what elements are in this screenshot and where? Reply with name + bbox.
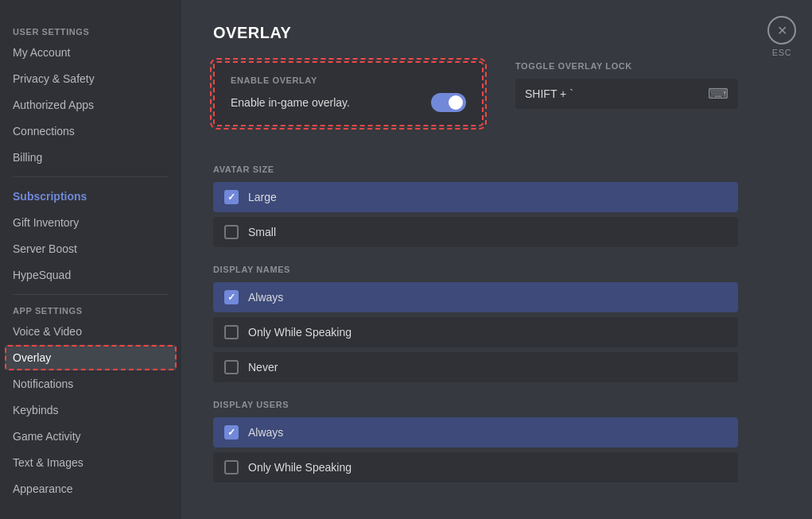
display-names-option-always[interactable]: Always [213,282,738,312]
avatar-size-option-small[interactable]: Small [213,217,738,247]
avatar-large-checkbox[interactable] [224,190,239,204]
main-content: ✕ ESC Overlay Enable Overlay Enable in-g… [181,0,812,519]
toggle-overlay-lock-section: Toggle Overlay Lock SHIFT + ` ⌨ [515,61,738,109]
toggle-overlay-lock-label: Toggle Overlay Lock [515,61,738,71]
sidebar-item-billing[interactable]: Billing [5,145,177,170]
avatar-size-label: Avatar Size [213,165,780,174]
key-bind-row: SHIFT + ` ⌨ [515,79,738,109]
display-users-option-always[interactable]: Always [213,417,738,447]
display-users-always-checkbox[interactable] [224,425,239,440]
display-names-speaking-checkbox[interactable] [224,325,239,339]
avatar-small-checkbox[interactable] [224,225,239,239]
display-names-speaking-text: Only While Speaking [248,326,352,339]
key-bind-text: SHIFT + ` [525,87,573,100]
enable-overlay-label: Enable Overlay [231,76,466,85]
enable-overlay-row: Enable in-game overlay. [231,93,466,112]
enable-overlay-box: Enable Overlay Enable in-game overlay. [213,61,484,126]
sidebar-item-subscriptions[interactable]: Subscriptions [5,184,177,209]
display-names-option-speaking[interactable]: Only While Speaking [213,317,738,347]
keyboard-icon: ⌨ [708,85,728,103]
enable-overlay-text: Enable in-game overlay. [231,96,350,109]
display-names-label: Display Names [213,265,780,274]
sidebar-item-gift-inventory[interactable]: Gift Inventory [5,210,177,235]
sidebar: User Settings My Account Privacy & Safet… [0,0,181,519]
display-users-speaking-text: Only While Speaking [248,461,352,474]
sidebar-item-appearance[interactable]: Appearance [5,476,177,502]
close-button[interactable]: ✕ [767,16,796,45]
sidebar-item-hypesquad[interactable]: HypeSquad [5,262,177,288]
avatar-large-text: Large [248,191,277,203]
display-users-label: Display Users [213,400,780,409]
display-users-speaking-checkbox[interactable] [224,460,239,474]
sidebar-item-connections[interactable]: Connections [5,118,177,144]
display-users-section: Display Users Always Only While Speaking [213,400,780,482]
sidebar-item-my-account[interactable]: My Account [5,40,177,65]
avatar-size-section: Avatar Size Large Small [213,165,780,247]
display-users-always-text: Always [248,426,283,439]
display-names-option-never[interactable]: Never [213,352,738,382]
sidebar-item-privacy-safety[interactable]: Privacy & Safety [5,66,177,91]
sidebar-item-game-activity[interactable]: Game Activity [5,424,177,449]
display-names-never-text: Never [248,361,278,374]
sidebar-item-text-images[interactable]: Text & Images [5,450,177,475]
esc-button-area: ✕ ESC [767,16,796,57]
avatar-small-text: Small [248,226,276,238]
app-settings-label: App Settings [5,301,177,319]
user-settings-label: User Settings [5,22,177,40]
display-names-section: Display Names Always Only While Speaking… [213,265,780,382]
sidebar-item-authorized-apps[interactable]: Authorized Apps [5,92,177,118]
sidebar-item-overlay[interactable]: Overlay [5,345,177,370]
sidebar-divider-1 [13,176,169,177]
enable-overlay-toggle[interactable] [431,93,466,112]
sidebar-item-keybinds[interactable]: Keybinds [5,397,177,423]
sidebar-item-notifications[interactable]: Notifications [5,371,177,397]
esc-label: ESC [772,48,791,57]
sidebar-item-voice-video[interactable]: Voice & Video [5,319,177,344]
top-section: Enable Overlay Enable in-game overlay. T… [213,61,780,145]
display-names-never-checkbox[interactable] [224,360,239,374]
sidebar-item-server-boost[interactable]: Server Boost [5,236,177,261]
display-names-always-checkbox[interactable] [224,290,239,304]
sidebar-divider-2 [13,294,169,295]
page-title: Overlay [213,24,780,42]
display-names-always-text: Always [248,291,283,304]
display-users-option-speaking[interactable]: Only While Speaking [213,452,738,482]
avatar-size-option-large[interactable]: Large [213,182,738,212]
